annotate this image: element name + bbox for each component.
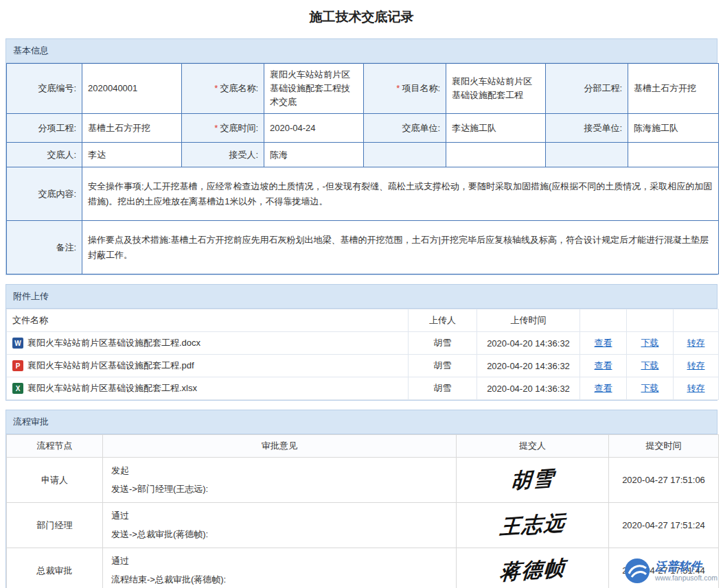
attachment-file-name: 襄阳火车站站前片区基础设施配套工程.pdf [27, 360, 194, 372]
field-value-subitem-work: 基槽土石方开挖 [82, 114, 182, 143]
attachments-section-header: 附件上传 [6, 285, 717, 309]
attachment-row: W 襄阳火车站站前片区基础设施配套工程.docx 胡雪 2020-04-20 1… [7, 332, 719, 355]
attachments-header-filename: 文件名称 [7, 309, 409, 332]
field-label-disclosure-content: 交底内容: [7, 167, 82, 221]
view-link[interactable]: 查看 [595, 383, 612, 393]
field-label-text: 交底名称: [220, 83, 258, 93]
approval-opinion-status: 通过 [111, 555, 448, 567]
field-label-disclosure-date: *交底时间: [182, 114, 264, 143]
approval-opinion-status: 发起 [111, 464, 448, 477]
transfer-link[interactable]: 转存 [687, 338, 705, 348]
approval-node: 总裁审批 [7, 548, 103, 588]
approval-signature-cell: 王志远 [457, 503, 609, 548]
attachment-upload-time: 2020-04-20 14:36:32 [477, 355, 580, 377]
field-label-remark: 备注: [7, 221, 82, 274]
vendor-watermark: 泛普软件 www.fanpusoft.com [624, 558, 718, 584]
approval-row: 部门经理 通过 发送->总裁审批(蒋德帧): 王志远 2020-04-27 17… [7, 503, 719, 548]
attachment-upload-time: 2020-04-20 14:36:32 [477, 377, 580, 400]
field-value-discloser: 李达 [82, 143, 182, 167]
approval-opinion: 发起 发送->部门经理(王志远): [103, 458, 457, 503]
approval-header-submit-time: 提交时间 [609, 435, 719, 458]
approval-opinion-route: 发送->总裁审批(蒋德帧): [111, 528, 448, 541]
approval-row: 总裁审批 通过 流程结束->总裁审批(蒋德帧): 蒋德帧 2020-04-27 … [7, 548, 719, 588]
attachment-uploader: 胡雪 [409, 332, 477, 355]
approval-node: 部门经理 [7, 503, 103, 548]
field-value-disclosure-no: 2020040001 [82, 64, 182, 114]
basic-info-table: 交底编号: 2020040001 *交底名称: 襄阳火车站站前片区基础设施配套工… [6, 63, 719, 274]
attachments-header-action-empty [627, 309, 674, 332]
attachments-header-action-empty [674, 309, 719, 332]
approval-opinion: 通过 发送->总裁审批(蒋德帧): [103, 503, 457, 548]
attachments-section: 附件上传 文件名称 上传人 上传时间 W [5, 284, 718, 401]
basic-info-section-header: 基本信息 [6, 39, 717, 63]
field-value-disclosure-unit: 李达施工队 [446, 114, 546, 143]
attachments-header-upload-time: 上传时间 [477, 309, 580, 332]
field-label-subitem-work: 分项工程: [7, 114, 82, 143]
empty-value-cell [628, 143, 719, 167]
basic-info-section: 基本信息 交底编号: 2020040001 *交底名称: 襄阳火车站站前片区基础… [5, 38, 718, 275]
attachment-file-cell: X 襄阳火车站站前片区基础设施配套工程.xlsx [7, 377, 409, 400]
attachment-uploader: 胡雪 [409, 355, 477, 377]
empty-label-cell [364, 143, 446, 167]
approval-submit-time: 2020-04-27 17:51:24 [609, 503, 719, 548]
transfer-link[interactable]: 转存 [687, 383, 705, 393]
download-link[interactable]: 下载 [641, 360, 659, 371]
vendor-logo-icon [624, 558, 650, 584]
approval-signature-cell: 胡雪 [457, 458, 609, 503]
approval-signature-cell: 蒋德帧 [457, 548, 609, 588]
approval-node: 申请人 [7, 458, 103, 503]
field-label-text: 项目名称: [402, 83, 440, 93]
signature: 蒋德帧 [498, 554, 566, 587]
field-value-project-name: 襄阳火车站站前片区基础设施配套工程 [446, 64, 546, 114]
field-value-remark: 操作要点及技术措施:基槽土石方开挖前应先用石灰粉划出地梁、基槽的开挖范围，土石方… [82, 221, 719, 274]
required-asterisk: * [214, 123, 218, 133]
attachment-file-name: 襄阳火车站站前片区基础设施配套工程.xlsx [27, 382, 197, 395]
field-label-disclosure-unit: 交底单位: [364, 114, 446, 143]
field-label-discloser: 交底人: [7, 143, 82, 167]
attachment-file-name: 襄阳火车站站前片区基础设施配套工程.docx [27, 337, 200, 349]
approval-opinion: 通过 流程结束->总裁审批(蒋德帧): [103, 548, 457, 588]
page-title: 施工技术交底记录 [5, 0, 718, 38]
field-value-disclosure-content: 安全操作事项:人工开挖基槽，应经常检查边坡的土质情况，-但发现有裂缝、疏松土或支… [82, 167, 719, 221]
approval-header-node: 流程节点 [7, 435, 103, 458]
page: 施工技术交底记录 基本信息 交底编号: 2020040001 *交底名称: 襄阳… [0, 0, 723, 588]
attachment-file-cell: P 襄阳火车站站前片区基础设施配套工程.pdf [7, 355, 409, 377]
field-label-receiver: 接受人: [182, 143, 264, 167]
view-link[interactable]: 查看 [595, 360, 612, 371]
vendor-brand-name: 泛普软件 [655, 560, 718, 574]
download-link[interactable]: 下载 [641, 338, 659, 348]
field-value-receive-unit: 陈海施工队 [628, 114, 719, 143]
required-asterisk: * [396, 83, 400, 93]
attachment-row: X 襄阳火车站站前片区基础设施配套工程.xlsx 胡雪 2020-04-20 1… [7, 377, 719, 400]
field-label-disclosure-no: 交底编号: [7, 64, 82, 114]
approval-opinion-route: 流程结束->总裁审批(蒋德帧): [111, 574, 448, 586]
field-label-division-work: 分部工程: [546, 64, 628, 114]
approval-header-submitter: 提交人 [457, 435, 609, 458]
transfer-link[interactable]: 转存 [687, 360, 705, 371]
field-value-disclosure-date: 2020-04-24 [264, 114, 364, 143]
attachments-table: 文件名称 上传人 上传时间 W 襄阳火车站站前片区基础设施配套工程.docx 胡… [6, 309, 719, 400]
pdf-file-icon: P [12, 360, 23, 371]
approval-row: 申请人 发起 发送->部门经理(王志远): 胡雪 2020-04-27 17:5… [7, 458, 719, 503]
attachment-file-cell: W 襄阳火车站站前片区基础设施配套工程.docx [7, 332, 409, 355]
approval-section-header: 流程审批 [6, 410, 717, 434]
field-value-receiver: 陈海 [264, 143, 364, 167]
empty-label-cell [546, 143, 628, 167]
field-value-disclosure-name: 襄阳火车站站前片区基础设施配套工程技术交底 [264, 64, 364, 114]
field-value-division-work: 基槽土石方开挖 [628, 64, 719, 114]
field-label-project-name: *项目名称: [364, 64, 446, 114]
field-label-disclosure-name: *交底名称: [182, 64, 264, 114]
approval-header-opinion: 审批意见 [103, 435, 457, 458]
signature: 胡雪 [509, 464, 555, 496]
view-link[interactable]: 查看 [595, 338, 612, 348]
field-label-text: 交底时间: [220, 123, 258, 133]
approval-table: 流程节点 审批意见 提交人 提交时间 申请人 发起 发送->部门经理(王志远):… [6, 434, 719, 588]
attachment-uploader: 胡雪 [409, 377, 477, 400]
excel-file-icon: X [12, 383, 23, 394]
attachments-header-uploader: 上传人 [409, 309, 477, 332]
download-link[interactable]: 下载 [641, 383, 659, 393]
approval-opinion-status: 通过 [111, 510, 448, 522]
required-asterisk: * [214, 83, 218, 93]
approval-section: 流程审批 流程节点 审批意见 提交人 提交时间 申请人 发起 发送->部门经理(… [5, 410, 718, 588]
empty-value-cell [446, 143, 546, 167]
